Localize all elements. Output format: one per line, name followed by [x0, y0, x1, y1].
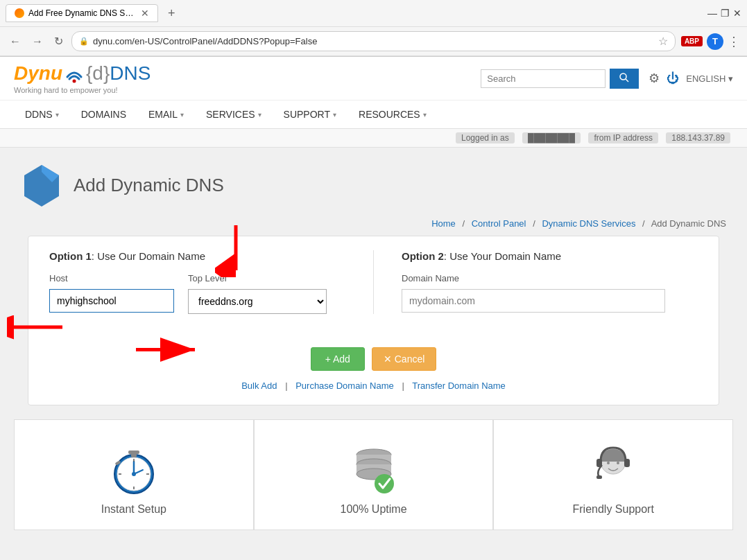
browser-chrome: Add Free Dynamic DNS Service | ✕ + — ❐ ✕…	[0, 0, 747, 57]
nav-icons: ⚙ ⏻ ENGLISH ▾	[649, 71, 733, 86]
nav-item-email[interactable]: EMAIL ▾	[137, 100, 195, 128]
domain-name-field-group: Domain Name	[402, 273, 698, 313]
form-container: Option 1: Use Our Domain Name Host Top L…	[28, 236, 719, 405]
cancel-button[interactable]: ✕ Cancel	[372, 347, 436, 371]
address-bar[interactable]: 🔒 dynu.com/en-US/ControlPanel/AddDDNS?Po…	[71, 31, 676, 51]
forward-button[interactable]: →	[29, 34, 46, 49]
page-content: Logged in as ████████ from IP address 18…	[0, 129, 747, 530]
page-icon	[21, 161, 62, 209]
top-bar: Dynu {d}DNS Working hard to empower you!	[0, 57, 747, 100]
ip-address: 188.143.37.89	[666, 132, 730, 143]
search-area	[481, 69, 639, 89]
purchase-domain-link[interactable]: Purchase Domain Name	[295, 380, 394, 391]
bookmark-icon[interactable]: ☆	[658, 35, 668, 48]
caret-icon: ▾	[180, 111, 184, 119]
domain-name-input[interactable]	[402, 289, 665, 313]
logged-in-bar: Logged in as ████████ from IP address 18…	[0, 129, 747, 148]
language-selector[interactable]: ENGLISH ▾	[686, 73, 733, 84]
svg-point-28	[375, 474, 394, 493]
arrow-left-annotation	[7, 306, 69, 350]
window-controls: — ❐ ✕	[708, 9, 741, 17]
svg-rect-14	[128, 450, 139, 454]
refresh-button[interactable]: ↻	[51, 33, 66, 49]
tab-title: Add Free Dynamic DNS Service |	[28, 8, 137, 18]
links-row: Bulk Add | Purchase Domain Name | Transf…	[49, 380, 698, 391]
domain-name-label: Domain Name	[402, 273, 698, 283]
feature-card-uptime: 100% Uptime	[254, 419, 494, 530]
svg-point-18	[132, 472, 136, 476]
main-nav: DDNS ▾ DOMAINS EMAIL ▾ SERVICES ▾ SUPPOR…	[0, 100, 747, 128]
bulk-add-link[interactable]: Bulk Add	[241, 380, 277, 391]
breadcrumb-home[interactable]: Home	[431, 218, 456, 229]
browser-tab[interactable]: Add Free Dynamic DNS Service | ✕	[6, 4, 158, 22]
abp-badge[interactable]: ABP	[681, 36, 703, 46]
logo-dynu: Dynu	[14, 62, 62, 85]
svg-rect-32	[596, 475, 602, 479]
host-label: Host	[49, 273, 174, 283]
browser-menu-button[interactable]: ⋮	[728, 34, 740, 49]
tab-favicon	[15, 8, 24, 18]
svg-point-1	[620, 73, 626, 80]
breadcrumb-current: Add Dynamic DNS	[651, 218, 726, 229]
restore-button[interactable]: ❐	[721, 9, 729, 17]
logo-dns: {d}DNS	[86, 62, 151, 85]
page-header: Dynu {d}DNS Working hard to empower you!	[0, 57, 747, 129]
page-title: Add Dynamic DNS	[74, 175, 224, 196]
features-row: Instant Setup	[14, 419, 733, 530]
headset-icon	[589, 441, 637, 496]
nav-item-services[interactable]: SERVICES ▾	[195, 100, 273, 128]
nav-item-domains[interactable]: DOMAINS	[70, 100, 137, 128]
power-icon[interactable]: ⏻	[667, 71, 679, 86]
nav-item-ddns[interactable]: DDNS ▾	[14, 100, 70, 128]
close-button[interactable]: ✕	[733, 9, 741, 17]
search-button[interactable]	[610, 69, 639, 89]
svg-point-0	[73, 80, 76, 83]
new-tab-button[interactable]: +	[164, 5, 180, 22]
svg-point-34	[617, 462, 619, 464]
svg-line-2	[626, 79, 628, 82]
breadcrumb-dns-services[interactable]: Dynamic DNS Services	[542, 218, 635, 229]
svg-rect-31	[624, 459, 630, 467]
settings-icon[interactable]: ⚙	[649, 71, 660, 86]
option2-title: Option 2: Use Your Domain Name	[402, 250, 698, 262]
caret-icon: ▾	[423, 111, 427, 119]
browser-nav-bar: ← → ↻ 🔒 dynu.com/en-US/ControlPanel/AddD…	[0, 27, 747, 56]
tab-close-icon[interactable]: ✕	[141, 8, 149, 18]
lock-icon: 🔒	[79, 37, 89, 46]
database-icon	[350, 441, 398, 496]
address-text: dynu.com/en-US/ControlPanel/AddDDNS?Popu…	[93, 36, 654, 46]
nav-item-resources[interactable]: RESOURCES ▾	[347, 100, 438, 128]
logo-area: Dynu {d}DNS Working hard to empower you!	[14, 62, 151, 94]
search-input[interactable]	[481, 69, 606, 88]
add-button[interactable]: + Add	[311, 347, 365, 371]
logged-in-text: Logged in as	[456, 132, 515, 143]
username-badge: ████████	[522, 132, 581, 143]
back-button[interactable]: ←	[7, 34, 24, 49]
option-1: Option 1: Use Our Domain Name Host Top L…	[49, 250, 345, 314]
feature-title-uptime: 100% Uptime	[268, 503, 479, 516]
wifi-icon	[64, 63, 85, 84]
browser-actions: ABP T ⋮	[681, 33, 740, 50]
ip-text: from IP address	[588, 132, 658, 143]
top-level-label: Top Level	[188, 273, 327, 283]
breadcrumb: Home / Control Panel / Dynamic DNS Servi…	[0, 216, 747, 236]
caret-icon: ▾	[258, 111, 261, 119]
profile-button[interactable]: T	[707, 33, 723, 50]
logo-tagline: Working hard to empower you!	[14, 86, 151, 94]
top-level-field-group: Top Level freeddns.org dynu.com accessca…	[188, 273, 327, 314]
transfer-domain-link[interactable]: Transfer Domain Name	[412, 380, 506, 391]
action-row: + Add ✕ Cancel	[311, 347, 437, 371]
svg-point-33	[607, 462, 610, 464]
logo: Dynu {d}DNS	[14, 62, 151, 85]
breadcrumb-control-panel[interactable]: Control Panel	[472, 218, 526, 229]
page-title-area: Add Dynamic DNS	[0, 148, 747, 216]
top-level-select[interactable]: freeddns.org dynu.com accesscam.org camd…	[188, 289, 327, 314]
arrow-down-annotation	[215, 222, 257, 279]
nav-item-support[interactable]: SUPPORT ▾	[273, 100, 347, 128]
browser-title-bar: Add Free Dynamic DNS Service | ✕ + — ❐ ✕	[0, 0, 747, 27]
option-2: Option 2: Use Your Domain Name Domain Na…	[373, 250, 698, 314]
option1-fields: Host Top Level freeddns.org dynu.com acc…	[49, 273, 345, 314]
options-row: Option 1: Use Our Domain Name Host Top L…	[49, 250, 698, 314]
option1-title: Option 1: Use Our Domain Name	[49, 250, 345, 262]
minimize-button[interactable]: —	[708, 9, 716, 17]
